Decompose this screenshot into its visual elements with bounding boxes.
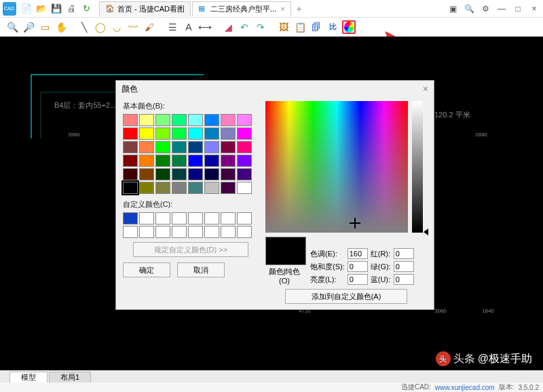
tab-close-icon[interactable]: × xyxy=(280,5,284,13)
custom-swatch[interactable] xyxy=(139,226,154,238)
dialog-close-icon[interactable]: × xyxy=(423,83,428,94)
arc-tool-icon[interactable]: ◡ xyxy=(110,20,124,34)
text-tool-icon[interactable]: A xyxy=(182,20,195,34)
basic-swatch[interactable] xyxy=(123,141,138,153)
lum-input[interactable] xyxy=(348,274,368,285)
hue-input[interactable] xyxy=(348,248,368,259)
minimize-icon[interactable]: — xyxy=(495,3,508,15)
custom-swatch[interactable] xyxy=(237,212,252,224)
basic-swatch[interactable] xyxy=(123,168,138,180)
luminance-slider[interactable] xyxy=(412,101,423,233)
save-icon[interactable]: 💾 xyxy=(50,3,62,15)
define-custom-button[interactable]: 规定自定义颜色(D) >> xyxy=(133,242,248,257)
basic-swatch[interactable] xyxy=(221,128,236,140)
basic-swatch[interactable] xyxy=(155,155,170,167)
undo-icon[interactable]: ↶ xyxy=(238,20,251,34)
tab-home[interactable]: 🏠 首页 - 迅捷CAD看图 xyxy=(99,1,191,16)
basic-swatch[interactable] xyxy=(139,168,154,180)
custom-swatch[interactable] xyxy=(204,212,219,224)
basic-swatch[interactable] xyxy=(172,128,187,140)
custom-swatch[interactable] xyxy=(237,226,252,238)
measure-icon[interactable]: 比 xyxy=(326,20,339,34)
custom-swatch[interactable] xyxy=(139,212,154,224)
basic-swatch[interactable] xyxy=(221,114,236,126)
batch-icon[interactable]: 🗐 xyxy=(310,20,323,34)
basic-swatch[interactable] xyxy=(123,182,138,194)
basic-swatch[interactable] xyxy=(237,155,252,167)
custom-swatch[interactable] xyxy=(204,226,219,238)
basic-swatch[interactable] xyxy=(221,168,236,180)
export-pdf-icon[interactable]: 📋 xyxy=(293,20,307,34)
status-url[interactable]: www.xunjiecad.com xyxy=(435,384,495,391)
hue-sat-picker[interactable] xyxy=(265,101,408,233)
new-file-icon[interactable]: 📄 xyxy=(20,3,33,15)
sheet-tab-model[interactable]: 模型 xyxy=(10,372,48,383)
basic-swatch[interactable] xyxy=(221,155,236,167)
pan-icon[interactable]: ✋ xyxy=(54,20,68,34)
polyline-tool-icon[interactable]: 〰 xyxy=(126,20,140,34)
custom-swatch[interactable] xyxy=(221,226,236,238)
plugin-icon[interactable]: ▣ xyxy=(447,3,459,15)
custom-swatch[interactable] xyxy=(221,212,236,224)
redo-icon[interactable]: ↷ xyxy=(254,20,267,34)
basic-swatch[interactable] xyxy=(188,182,203,194)
basic-swatch[interactable] xyxy=(139,141,154,153)
basic-swatch[interactable] xyxy=(155,168,170,180)
dimension-tool-icon[interactable]: ⟷ xyxy=(198,20,212,34)
export-image-icon[interactable]: 🖼 xyxy=(277,20,291,34)
basic-swatch[interactable] xyxy=(172,114,187,126)
basic-swatch[interactable] xyxy=(155,114,170,126)
zoom-window-icon[interactable]: ▭ xyxy=(38,20,52,34)
basic-swatch[interactable] xyxy=(204,155,219,167)
custom-swatch[interactable] xyxy=(188,212,203,224)
maximize-icon[interactable]: □ xyxy=(512,3,524,15)
eraser-icon[interactable]: ◢ xyxy=(221,20,235,34)
close-icon[interactable]: × xyxy=(528,3,540,15)
basic-swatch[interactable] xyxy=(237,141,252,153)
basic-swatch[interactable] xyxy=(188,168,203,180)
basic-swatch[interactable] xyxy=(139,128,154,140)
basic-swatch[interactable] xyxy=(139,155,154,167)
basic-swatch[interactable] xyxy=(204,114,219,126)
basic-swatch[interactable] xyxy=(221,141,236,153)
dialog-titlebar[interactable]: 颜色 × xyxy=(116,81,434,97)
settings-icon[interactable]: ⚙ xyxy=(479,3,491,15)
layer-icon[interactable]: ☰ xyxy=(166,20,179,34)
circle-tool-icon[interactable]: ◯ xyxy=(94,20,107,34)
print-icon[interactable]: 🖨 xyxy=(65,3,77,15)
basic-swatch[interactable] xyxy=(172,168,187,180)
basic-swatch[interactable] xyxy=(237,168,252,180)
ok-button[interactable]: 确定 xyxy=(123,262,170,277)
basic-swatch[interactable] xyxy=(237,114,252,126)
custom-swatch[interactable] xyxy=(172,226,187,238)
blue-input[interactable] xyxy=(394,274,414,285)
zoom-in-icon[interactable]: 🔍 xyxy=(5,20,19,34)
basic-swatch[interactable] xyxy=(172,182,187,194)
custom-swatch[interactable] xyxy=(123,226,138,238)
basic-swatch[interactable] xyxy=(221,182,236,194)
green-input[interactable] xyxy=(394,261,414,272)
add-custom-button[interactable]: 添加到自定义颜色(A) xyxy=(285,289,407,304)
basic-swatch[interactable] xyxy=(123,155,138,167)
custom-swatch[interactable] xyxy=(123,212,138,224)
basic-swatch[interactable] xyxy=(155,141,170,153)
tab-file[interactable]: ▦ 二三房经典户型平... × xyxy=(192,1,291,16)
basic-swatch[interactable] xyxy=(123,114,138,126)
basic-swatch[interactable] xyxy=(155,182,170,194)
basic-swatch[interactable] xyxy=(139,182,154,194)
sheet-tab-layout1[interactable]: 布局1 xyxy=(49,372,91,383)
background-color-button[interactable] xyxy=(342,20,356,34)
basic-swatch[interactable] xyxy=(188,128,203,140)
custom-swatch[interactable] xyxy=(155,212,170,224)
open-folder-icon[interactable]: 📂 xyxy=(35,3,48,15)
luminance-thumb-icon[interactable] xyxy=(424,229,428,235)
basic-swatch[interactable] xyxy=(204,128,219,140)
red-input[interactable] xyxy=(394,248,414,259)
sat-input[interactable] xyxy=(348,261,368,272)
custom-swatch[interactable] xyxy=(155,226,170,238)
zoom-out-icon[interactable]: 🔎 xyxy=(22,20,35,34)
custom-swatch[interactable] xyxy=(188,226,203,238)
zoom-fit-icon[interactable]: 🔍 xyxy=(463,3,475,15)
basic-swatch[interactable] xyxy=(188,141,203,153)
basic-swatch[interactable] xyxy=(204,141,219,153)
